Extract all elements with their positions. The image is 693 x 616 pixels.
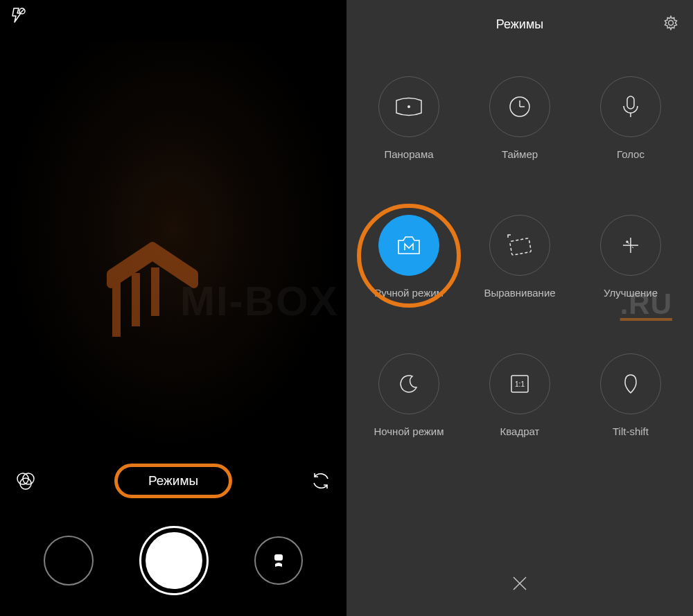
svg-text:1:1: 1:1 bbox=[515, 380, 525, 388]
modes-grid: Панорама Таймер Голос bbox=[346, 49, 693, 554]
mode-beautify[interactable]: Улучшение bbox=[575, 215, 686, 346]
mode-label: Улучшение bbox=[604, 287, 658, 299]
svg-point-19 bbox=[626, 241, 628, 243]
voice-icon bbox=[600, 76, 661, 137]
switch-camera-icon[interactable] bbox=[310, 470, 331, 491]
top-toolbar bbox=[0, 0, 346, 42]
mode-timer[interactable]: Таймер bbox=[464, 76, 575, 208]
mode-label: Квадрат bbox=[500, 425, 540, 437]
modes-button[interactable]: Режимы bbox=[148, 473, 198, 489]
mode-square[interactable]: 1:1 Квадрат bbox=[464, 353, 575, 485]
mode-label: Ночной режим bbox=[374, 425, 444, 437]
filters-icon[interactable] bbox=[15, 470, 36, 491]
flash-icon[interactable] bbox=[10, 11, 26, 26]
mode-label: Таймер bbox=[502, 148, 538, 160]
mode-label: Выравнивание bbox=[484, 287, 555, 299]
shutter-button[interactable] bbox=[139, 526, 209, 595]
close-icon[interactable] bbox=[511, 574, 529, 595]
mode-tiltshift[interactable]: Tilt-shift bbox=[575, 353, 686, 485]
straighten-icon bbox=[489, 215, 550, 276]
mode-panorama[interactable]: Панорама bbox=[353, 76, 464, 208]
mode-straighten[interactable]: Выравнивание bbox=[464, 215, 575, 346]
svg-line-1 bbox=[20, 9, 24, 13]
mode-label: Ручной режим bbox=[374, 287, 444, 299]
beautify-icon bbox=[600, 215, 661, 276]
svg-rect-14 bbox=[627, 96, 634, 109]
mode-label: Голос bbox=[617, 148, 644, 160]
tiltshift-icon bbox=[600, 353, 661, 414]
svg-point-9 bbox=[669, 21, 674, 26]
mode-label: Панорама bbox=[384, 148, 433, 160]
mode-voice[interactable]: Голос bbox=[575, 76, 686, 208]
svg-rect-8 bbox=[274, 554, 283, 561]
manual-icon bbox=[378, 215, 439, 276]
close-row bbox=[346, 554, 693, 616]
night-icon bbox=[378, 353, 439, 414]
modes-screen: Режимы .RU Панорама bbox=[346, 0, 693, 616]
modes-header: Режимы bbox=[346, 0, 693, 49]
mode-row: Режимы bbox=[0, 457, 346, 505]
svg-point-10 bbox=[407, 105, 410, 108]
gear-icon[interactable] bbox=[663, 15, 679, 34]
mode-night[interactable]: Ночной режим bbox=[353, 353, 464, 485]
viewfinder[interactable]: MI-BOX bbox=[0, 42, 346, 457]
camera-viewfinder-screen: MI-BOX Режимы bbox=[0, 0, 346, 616]
mode-label: Tilt-shift bbox=[613, 425, 649, 437]
watermark-text: MI-BOX bbox=[180, 277, 339, 325]
modes-title: Режимы bbox=[496, 17, 543, 32]
svg-rect-16 bbox=[509, 238, 531, 256]
timer-icon bbox=[489, 76, 550, 137]
square-icon: 1:1 bbox=[489, 353, 550, 414]
video-toggle-button[interactable] bbox=[254, 536, 303, 585]
panorama-icon bbox=[378, 76, 439, 137]
shutter-row bbox=[0, 505, 346, 616]
mode-manual[interactable]: Ручной режим bbox=[353, 215, 464, 346]
gallery-thumbnail[interactable] bbox=[44, 536, 94, 586]
